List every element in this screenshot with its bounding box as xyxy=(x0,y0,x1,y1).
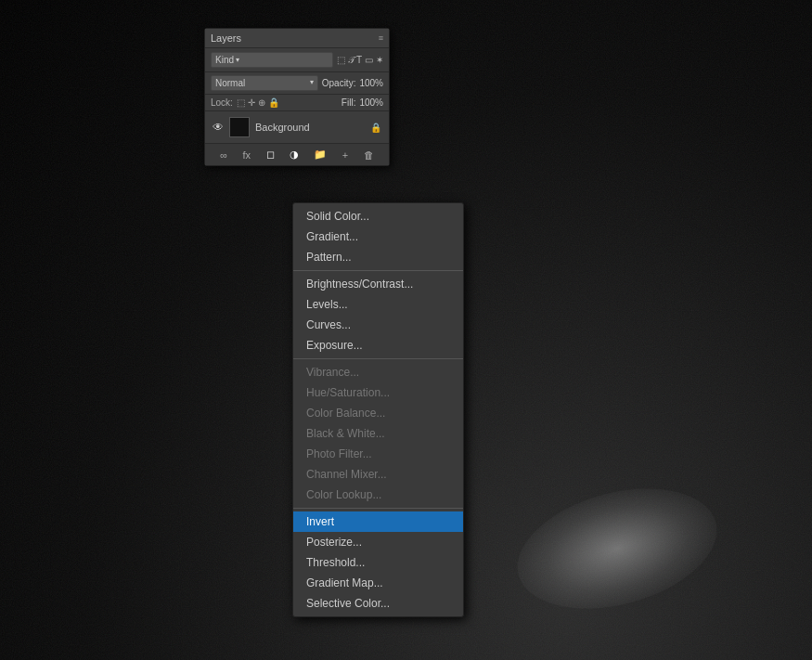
layers-panel: Layers ≡ Kind ▾ ⬚ 𝒯 T ▭ ✶ Normal ▾ Opaci… xyxy=(204,28,390,166)
panel-bottom-bar: ∞ fx ◻ ◑ 📁 + 🗑 xyxy=(205,143,389,165)
panel-filter-toolbar: Kind ▾ ⬚ 𝒯 T ▭ ✶ xyxy=(205,48,389,72)
add-mask-icon[interactable]: ◻ xyxy=(266,149,275,161)
smart-filter-icon[interactable]: ✶ xyxy=(376,55,383,66)
menu-item-posterize[interactable]: Posterize... xyxy=(293,532,463,552)
adjustment-dropdown-menu: Solid Color...Gradient...Pattern...Brigh… xyxy=(292,202,464,617)
lock-all-icon[interactable]: 🔒 xyxy=(268,97,279,108)
menu-item-vibrance[interactable]: Vibrance... xyxy=(293,362,463,382)
adjustment-layer-icon[interactable]: ◑ xyxy=(290,149,299,161)
menu-item-photo-filter[interactable]: Photo Filter... xyxy=(293,444,463,464)
menu-item-selective-color[interactable]: Selective Color... xyxy=(293,593,463,614)
menu-item-exposure[interactable]: Exposure... xyxy=(293,335,463,356)
menu-item-gradient[interactable]: Gradient... xyxy=(293,226,463,247)
layer-thumbnail xyxy=(229,117,250,137)
menu-item-gradient-map[interactable]: Gradient Map... xyxy=(293,573,463,593)
menu-separator-after-color-lookup xyxy=(293,508,463,509)
fill-value[interactable]: 100% xyxy=(359,97,383,108)
blend-mode-row: Normal ▾ Opacity: 100% xyxy=(205,72,389,95)
menu-item-levels[interactable]: Levels... xyxy=(293,294,463,315)
menu-item-curves[interactable]: Curves... xyxy=(293,315,463,335)
menu-item-solid-color[interactable]: Solid Color... xyxy=(293,206,463,226)
lock-pixels-icon[interactable]: ⬚ xyxy=(237,97,245,108)
shape-filter-icon[interactable]: ▭ xyxy=(365,55,373,66)
fill-label: Fill: xyxy=(342,97,356,108)
link-layers-icon[interactable]: ∞ xyxy=(220,149,227,161)
lock-row: Lock: ⬚ ✛ ⊕ 🔒 Fill: 100% xyxy=(205,95,389,111)
menu-item-color-lookup[interactable]: Color Lookup... xyxy=(293,485,463,505)
lock-label: Lock: xyxy=(211,97,233,108)
blend-mode-dropdown[interactable]: Normal ▾ xyxy=(211,75,318,91)
menu-item-threshold[interactable]: Threshold... xyxy=(293,552,463,573)
blend-mode-value: Normal xyxy=(215,78,245,88)
opacity-value[interactable]: 100% xyxy=(359,78,383,88)
blend-chevron: ▾ xyxy=(310,78,314,86)
new-layer-icon[interactable]: + xyxy=(342,149,348,161)
kind-label: Kind xyxy=(215,55,234,65)
kind-dropdown[interactable]: Kind ▾ xyxy=(211,52,333,68)
layer-visibility-icon[interactable]: 👁 xyxy=(213,121,224,134)
panel-title: Layers xyxy=(211,32,241,44)
panel-titlebar: Layers ≡ xyxy=(205,29,389,48)
menu-item-channel-mixer[interactable]: Channel Mixer... xyxy=(293,464,463,485)
delete-layer-icon[interactable]: 🗑 xyxy=(364,149,374,161)
adjust-filter-icon[interactable]: 𝒯 xyxy=(348,55,354,66)
menu-item-pattern[interactable]: Pattern... xyxy=(293,247,463,267)
fx-icon[interactable]: fx xyxy=(243,149,251,161)
panel-menu-icon[interactable]: ≡ xyxy=(379,33,383,43)
menu-separator-after-pattern xyxy=(293,270,463,271)
lock-position-icon[interactable]: ✛ xyxy=(248,97,255,108)
lock-icons: ⬚ ✛ ⊕ 🔒 xyxy=(237,97,338,108)
menu-item-black-white[interactable]: Black & White... xyxy=(293,423,463,444)
layer-lock-icon: 🔒 xyxy=(370,123,381,133)
kind-chevron: ▾ xyxy=(236,56,239,64)
pixel-filter-icon[interactable]: ⬚ xyxy=(337,55,345,66)
filter-icons: ⬚ 𝒯 T ▭ ✶ xyxy=(337,55,383,66)
opacity-label: Opacity: xyxy=(322,78,356,88)
lock-artboard-icon[interactable]: ⊕ xyxy=(258,97,265,108)
menu-item-color-balance[interactable]: Color Balance... xyxy=(293,403,463,423)
type-filter-icon[interactable]: T xyxy=(356,55,362,66)
panel-title-icons: ≡ xyxy=(379,33,383,43)
menu-item-brightness-contrast[interactable]: Brightness/Contrast... xyxy=(293,274,463,294)
group-icon[interactable]: 📁 xyxy=(314,149,327,161)
menu-item-invert[interactable]: Invert xyxy=(293,511,463,532)
menu-item-hue-saturation[interactable]: Hue/Saturation... xyxy=(293,382,463,403)
layer-background[interactable]: 👁 Background 🔒 xyxy=(205,111,389,143)
menu-separator-after-exposure xyxy=(293,358,463,359)
layer-name: Background xyxy=(255,122,365,133)
